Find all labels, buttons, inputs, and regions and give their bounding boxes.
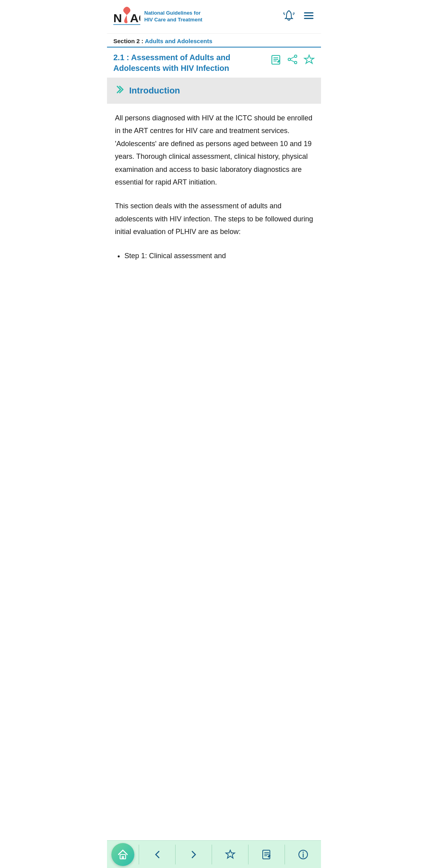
svg-point-12 xyxy=(294,61,297,64)
home-button[interactable] xyxy=(111,843,134,866)
bookmark-button[interactable] xyxy=(212,841,248,868)
next-button[interactable] xyxy=(176,841,212,868)
logo-subtitle-block: National Guidelines for HIV Care and Tre… xyxy=(142,10,203,23)
bullet-list: Step 1: Clinical assessment and xyxy=(115,249,313,262)
header-icons xyxy=(283,10,315,24)
content-paragraph-1: All persons diagnosed with HIV at the IC… xyxy=(115,112,313,188)
bottom-nav xyxy=(107,840,321,868)
svg-marker-18 xyxy=(226,850,235,858)
svg-text:ACO: ACO xyxy=(130,11,140,25)
svg-rect-5 xyxy=(304,18,313,19)
section-title-area: 2.1 : Assessment of Adults and Adolescen… xyxy=(107,48,321,78)
info-icon xyxy=(298,849,309,860)
chevron-right-icon xyxy=(115,85,124,97)
home-button-area xyxy=(107,843,139,866)
section-title-icons xyxy=(270,52,315,67)
intro-bar[interactable]: Introduction xyxy=(107,78,321,104)
notes-button[interactable] xyxy=(248,841,285,868)
svg-point-11 xyxy=(288,58,290,61)
svg-point-25 xyxy=(302,851,304,853)
edit-notes-icon[interactable] xyxy=(270,54,281,67)
info-button[interactable] xyxy=(285,841,321,868)
bullet-item-1: Step 1: Clinical assessment and xyxy=(124,249,313,262)
logo-subtitle: National Guidelines for HIV Care and Tre… xyxy=(144,10,203,23)
svg-rect-4 xyxy=(304,15,313,16)
svg-line-14 xyxy=(290,60,294,62)
menu-icon[interactable] xyxy=(303,10,315,24)
naco-logo-svg: N ACO xyxy=(113,5,140,29)
content-area: All persons diagnosed with HIV at the IC… xyxy=(107,104,321,297)
prev-icon xyxy=(152,849,163,860)
svg-point-10 xyxy=(294,55,297,57)
breadcrumb: Section 2 : Adults and Adolescents xyxy=(107,34,321,48)
notes-icon xyxy=(261,849,272,860)
breadcrumb-link[interactable]: Adults and Adolescents xyxy=(145,38,212,44)
next-icon xyxy=(188,849,199,860)
svg-text:N: N xyxy=(113,11,122,25)
svg-line-13 xyxy=(290,57,294,59)
bookmark-star-icon xyxy=(225,849,236,860)
svg-marker-15 xyxy=(304,55,314,63)
notification-bell-icon[interactable] xyxy=(283,10,295,24)
svg-rect-17 xyxy=(122,856,124,859)
section-title: 2.1 : Assessment of Adults and Adolescen… xyxy=(113,52,266,74)
content-paragraph-2: This section deals with the assessment o… xyxy=(115,200,313,238)
star-icon[interactable] xyxy=(304,54,315,67)
naco-logo: N ACO xyxy=(113,5,140,29)
svg-rect-3 xyxy=(304,12,313,13)
intro-label: Introduction xyxy=(129,86,180,96)
breadcrumb-prefix: Section 2 : xyxy=(113,38,145,44)
logo-area: N ACO National Guidelines for HIV Care a… xyxy=(113,5,283,29)
prev-button[interactable] xyxy=(139,841,175,868)
home-icon xyxy=(117,848,129,861)
share-icon[interactable] xyxy=(287,54,298,67)
app-header: N ACO National Guidelines for HIV Care a… xyxy=(107,0,321,34)
